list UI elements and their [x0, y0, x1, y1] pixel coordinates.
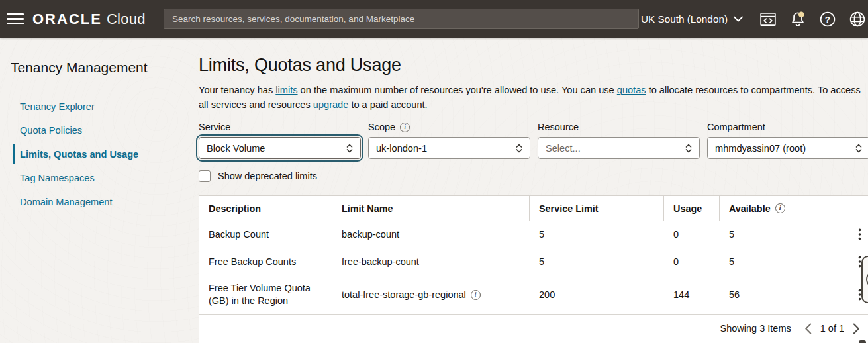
sidebar-item-limits-quotas-usage[interactable]: Limits, Quotas and Usage: [0, 142, 199, 166]
floating-widget-cutoff[interactable]: [861, 256, 868, 303]
compartment-filter-label: Compartment: [707, 122, 765, 132]
scope-filter-label: Scope: [368, 122, 395, 132]
table-row: Backup Count backup-count 5 0 5: [199, 221, 868, 248]
select-stepper-icon: [855, 142, 863, 154]
notifications-icon[interactable]: [789, 11, 806, 28]
sidebar-item-label: Tag Namespaces: [20, 173, 95, 183]
page-indicator: 1 of 1: [820, 323, 844, 334]
sidebar-item-label: Tenancy Explorer: [20, 101, 95, 112]
service-select[interactable]: Block Volume: [199, 137, 361, 159]
service-select-value: Block Volume: [207, 143, 265, 154]
svg-text:?: ?: [825, 14, 830, 24]
help-icon[interactable]: ?: [819, 11, 836, 28]
table-row: Free Tier Volume Quota (GB) in the Regio…: [199, 275, 868, 315]
compartment-filter: Compartment mhmdyassin07 (root): [707, 121, 868, 159]
cell-description: Free Backup Counts: [199, 248, 332, 275]
main-content: Limits, Quotas and Usage Your tenancy ha…: [199, 38, 868, 343]
cell-service-limit: 200: [530, 275, 664, 314]
sidebar-title: Tenancy Management: [11, 60, 188, 75]
resource-filter-label: Resource: [538, 122, 579, 132]
cell-available: 56: [720, 275, 848, 314]
compartment-select[interactable]: mhmdyassin07 (root): [707, 137, 868, 159]
scope-info-icon[interactable]: i: [400, 122, 410, 132]
logo-oracle-text: ORACLE: [32, 11, 102, 28]
quotas-link[interactable]: quotas: [617, 85, 646, 95]
cell-limit-name: free-backup-count: [332, 248, 530, 275]
region-selector[interactable]: UK South (London): [641, 13, 743, 25]
resource-select[interactable]: Select...: [538, 137, 700, 159]
service-filter: Service Block Volume: [199, 121, 361, 159]
notification-dot: [798, 11, 804, 17]
language-globe-icon[interactable]: [849, 11, 866, 28]
search-input[interactable]: [164, 9, 639, 29]
select-stepper-icon: [515, 142, 523, 154]
sidebar-item-label: Domain Management: [20, 197, 113, 207]
sidebar-item-quota-policies[interactable]: Quota Policies: [0, 119, 199, 142]
limit-info-icon[interactable]: i: [471, 290, 481, 300]
intro-segment: to a paid account.: [348, 99, 427, 110]
cell-available: 5: [720, 248, 848, 275]
resource-filter: Resource Select...: [538, 121, 700, 159]
cell-usage: 144: [664, 275, 720, 314]
column-header-limit-name[interactable]: Limit Name: [332, 196, 530, 220]
compartment-select-value: mhmdyassin07 (root): [715, 143, 806, 154]
sidebar-item-label: Quota Policies: [20, 125, 82, 136]
cell-usage: 0: [664, 221, 720, 248]
filters-row: Service Block Volume Scope i uk-london-1: [199, 121, 868, 159]
limits-link[interactable]: limits: [275, 85, 297, 95]
page-title: Limits, Quotas and Usage: [199, 55, 868, 75]
sidebar-item-label: Limits, Quotas and Usage: [20, 149, 138, 160]
bottom-corner-cutoff-element: [859, 340, 866, 343]
cell-service-limit: 5: [530, 221, 664, 248]
intro-segment: on the maximum number of resources you'r…: [298, 85, 617, 95]
show-deprecated-limits-toggle[interactable]: Show deprecated limits: [199, 170, 317, 182]
select-stepper-icon: [685, 142, 693, 154]
sidebar: Tenancy Management Tenancy Explorer Quot…: [0, 38, 199, 343]
row-actions-kebab-icon[interactable]: [848, 221, 868, 248]
cell-limit-name: backup-count: [332, 221, 530, 248]
hamburger-menu-icon[interactable]: [7, 11, 24, 27]
sidebar-divider: [11, 87, 188, 87]
column-header-actions: [848, 196, 868, 220]
table-footer: Showing 3 Items 1 of 1: [199, 315, 868, 342]
column-header-available-label: Available: [729, 203, 771, 214]
cell-limit-name: total-free-storage-gb-regional i: [332, 275, 530, 314]
resource-select-value: Select...: [546, 143, 581, 154]
show-deprecated-checkbox[interactable]: [199, 170, 211, 182]
region-label: UK South (London): [641, 13, 728, 25]
logo-cloud-text: Cloud: [107, 11, 146, 28]
next-page-icon[interactable]: [853, 323, 860, 334]
topbar-actions: UK South (London) ?: [641, 0, 868, 38]
cell-available: 5: [720, 221, 848, 248]
upgrade-link[interactable]: upgrade: [313, 99, 349, 110]
scope-select[interactable]: uk-london-1: [368, 137, 530, 159]
column-header-available[interactable]: Available i: [720, 196, 848, 220]
intro-segment: Your tenancy has: [199, 85, 275, 95]
limits-table: Description Limit Name Service Limit Usa…: [199, 195, 868, 343]
service-filter-label: Service: [199, 122, 230, 132]
prev-page-icon[interactable]: [804, 323, 812, 334]
scope-select-value: uk-london-1: [376, 143, 427, 154]
oracle-cloud-logo[interactable]: ORACLE Cloud: [32, 11, 146, 28]
chevron-down-icon: [734, 16, 743, 22]
cell-description: Free Tier Volume Quota (GB) in the Regio…: [199, 275, 332, 314]
table-header-row: Description Limit Name Service Limit Usa…: [199, 196, 868, 221]
code-editor-icon[interactable]: [759, 11, 777, 28]
sidebar-item-domain-management[interactable]: Domain Management: [0, 190, 199, 214]
topbar: ORACLE Cloud UK South (London): [0, 0, 868, 38]
intro-text: Your tenancy has limits on the maximum n…: [199, 83, 866, 112]
available-info-icon[interactable]: i: [775, 203, 785, 213]
select-stepper-icon: [346, 142, 354, 154]
limit-name-text: total-free-storage-gb-regional: [342, 289, 466, 301]
sidebar-item-tenancy-explorer[interactable]: Tenancy Explorer: [0, 95, 199, 119]
column-header-service-limit[interactable]: Service Limit: [530, 196, 664, 220]
pagination: 1 of 1: [804, 323, 860, 334]
cell-description: Backup Count: [199, 221, 332, 248]
items-count: Showing 3 Items: [720, 323, 791, 334]
column-header-usage[interactable]: Usage: [664, 196, 720, 220]
sidebar-nav: Tenancy Explorer Quota Policies Limits, …: [0, 95, 199, 214]
column-header-description[interactable]: Description: [199, 196, 332, 220]
sidebar-item-tag-namespaces[interactable]: Tag Namespaces: [0, 166, 199, 190]
cell-service-limit: 5: [530, 248, 664, 275]
checkbox-label: Show deprecated limits: [218, 171, 317, 181]
